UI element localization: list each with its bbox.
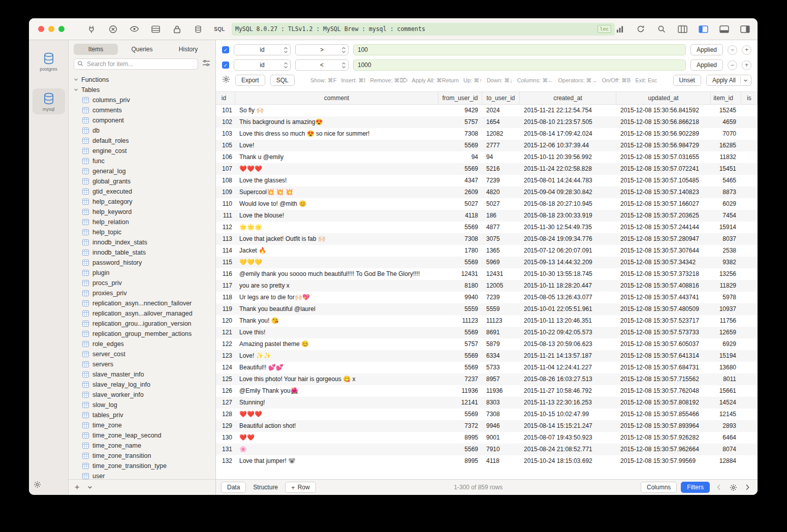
cell-updated_at[interactable]: 2015-12-08 15:30:57.140823 — [616, 186, 711, 198]
cell-created_at[interactable]: 2015-08-13 20:59:06.623 — [520, 338, 616, 350]
cell-updated_at[interactable]: 2015-12-08 15:30:57.762048 — [616, 385, 711, 397]
cell-item_id[interactable]: 11829 — [711, 280, 741, 292]
export-button[interactable]: Export — [235, 75, 265, 86]
cell-from_user_id[interactable]: 5569 — [438, 140, 482, 151]
column-header-is[interactable]: is — [741, 92, 758, 104]
cell-created_at[interactable]: 2015-11-30 12:54:49.735 — [520, 222, 616, 233]
cell-id[interactable]: 124 — [216, 362, 235, 373]
cell-to_user_id[interactable]: 7239 — [482, 292, 520, 303]
cell-id[interactable]: 107 — [216, 163, 235, 175]
cell-comment[interactable]: Jacket 🔥 — [235, 245, 438, 257]
sidebar-table-item[interactable]: role_edges — [69, 339, 215, 349]
cell-to_user_id[interactable]: 94 — [482, 151, 520, 163]
cell-comment[interactable]: @emily thank you soooo much beautiful!!!… — [235, 268, 438, 280]
prev-page-chevron-icon[interactable] — [714, 482, 724, 492]
sliders-filter-icon[interactable] — [202, 59, 210, 69]
cell-comment[interactable]: Beautiful action shot! — [235, 420, 438, 432]
search-box[interactable] — [74, 58, 198, 70]
column-header-to_user_id[interactable]: to_user_id — [482, 92, 520, 104]
cell-comment[interactable]: Ur legs are to die for🙌🏻💖 — [235, 292, 438, 303]
sidebar-table-item[interactable]: help_category — [69, 197, 215, 207]
cell-to_user_id[interactable]: 12431 — [482, 268, 520, 280]
sidebar-table-item[interactable]: plugin — [69, 268, 215, 278]
cell-id[interactable]: 101 — [216, 105, 235, 116]
table-row[interactable]: 101So fly 🙌🏻942920242015-11-21 22:12:54.… — [216, 105, 758, 116]
cell-to_user_id[interactable]: 5879 — [482, 338, 520, 350]
sidebar-table-item[interactable]: time_zone_transition_type — [69, 461, 215, 471]
cell-updated_at[interactable]: 2015-12-08 15:30:57.280947 — [616, 233, 711, 245]
sidebar-table-item[interactable]: procs_priv — [69, 278, 215, 288]
cell-item_id[interactable]: 12145 — [711, 409, 741, 420]
cell-created_at[interactable]: 2015-09-13 14:44:32.209 — [520, 257, 616, 268]
cell-created_at[interactable]: 2015-10-11 13:20:46.351 — [520, 315, 616, 327]
cell-updated_at[interactable]: 2015-12-08 15:30:57.523717 — [616, 315, 711, 327]
cell-id[interactable]: 118 — [216, 292, 235, 303]
cell-comment[interactable]: Love that jacket! Outfit is fab 🙌🏻 — [235, 233, 438, 245]
cell-comment[interactable]: Love! — [235, 140, 438, 151]
sidebar-table-item[interactable]: gtid_executed — [69, 186, 215, 197]
cell-comment[interactable]: 🌟🌟🌟 — [235, 222, 438, 233]
table-row[interactable]: 118Ur legs are to die for🙌🏻💖994072392015… — [216, 292, 758, 303]
cell-created_at[interactable]: 2015-08-18 20:27:10.945 — [520, 198, 616, 210]
cell-from_user_id[interactable]: 5757 — [438, 338, 482, 350]
sql-editor-icon[interactable]: SQL — [214, 24, 225, 34]
cell-updated_at[interactable]: 2015-12-08 15:30:56.984729 — [616, 140, 711, 151]
cell-created_at[interactable]: 2015-10-24 18:15:03.692 — [520, 455, 616, 467]
filter-1-add-button[interactable]: + — [742, 45, 751, 55]
cell-to_user_id[interactable]: 6334 — [482, 350, 520, 362]
cell-id[interactable]: 121 — [216, 327, 235, 338]
sidebar-table-item[interactable]: innodb_table_stats — [69, 247, 215, 258]
sidebar-table-item[interactable]: time_zone_name — [69, 441, 215, 451]
cell-from_user_id[interactable]: 7372 — [438, 420, 482, 432]
filter-1-applied-button[interactable]: Applied — [690, 44, 723, 55]
cell-to_user_id[interactable]: 8303 — [482, 397, 520, 409]
column-header-from_user_id[interactable]: from_user_id — [438, 92, 482, 104]
cell-id[interactable]: 123 — [216, 350, 235, 362]
cell-id[interactable]: 119 — [216, 303, 235, 315]
connection-mysql[interactable]: mysql — [33, 88, 65, 114]
sidebar-table-item[interactable]: default_roles — [69, 136, 215, 146]
toggle-bottom-panel-icon[interactable] — [719, 24, 729, 34]
column-header-created_at[interactable]: created_at — [520, 92, 616, 104]
table-row[interactable]: 105Love!556927772015-12-06 10:37:39.4420… — [216, 140, 758, 151]
cell-created_at[interactable]: 2015-12-06 10:37:39.44 — [520, 140, 616, 151]
cell-updated_at[interactable]: 2015-12-08 15:30:57.443741 — [616, 292, 711, 303]
cell-to_user_id[interactable]: 8691 — [482, 327, 520, 338]
cell-item_id[interactable]: 8074 — [711, 444, 741, 455]
cell-from_user_id[interactable]: 7308 — [438, 128, 482, 140]
cell-from_user_id[interactable]: 5757 — [438, 116, 482, 128]
cell-comment[interactable]: Amazing pastel theme 😊 — [235, 338, 438, 350]
cell-comment[interactable]: Love this photo! Your hair is gorgeous 😋… — [235, 373, 438, 385]
cell-comment[interactable]: Love this! — [235, 327, 438, 338]
cell-id[interactable]: 109 — [216, 186, 235, 198]
cell-item_id[interactable]: 8873 — [711, 186, 741, 198]
cell-updated_at[interactable]: 2015-12-08 15:30:57.684731 — [616, 362, 711, 373]
cell-from_user_id[interactable]: 5569 — [438, 327, 482, 338]
sidebar-table-item[interactable]: help_topic — [69, 227, 215, 237]
cell-updated_at[interactable]: 2015-12-08 15:30:57.962664 — [616, 444, 711, 455]
cell-from_user_id[interactable]: 94 — [438, 151, 482, 163]
table-row[interactable]: 120Thank you! 😘11123111232015-10-11 13:2… — [216, 315, 758, 327]
cell-from_user_id[interactable]: 5027 — [438, 198, 482, 210]
toggle-left-sidebar-icon[interactable] — [698, 24, 708, 34]
cell-created_at[interactable]: 2015-11-21 22:12:54.754 — [520, 105, 616, 116]
cell-updated_at[interactable]: 2015-12-08 15:30:57.573733 — [616, 327, 711, 338]
cell-to_user_id[interactable]: 11123 — [482, 315, 520, 327]
cell-item_id[interactable]: 4659 — [711, 116, 741, 128]
table-row[interactable]: 125Love this photo! Your hair is gorgeou… — [216, 373, 758, 385]
cell-created_at[interactable]: 2015-08-14 15:15:21.247 — [520, 420, 616, 432]
cell-updated_at[interactable]: 2015-12-08 15:30:57.99569 — [616, 455, 711, 467]
cell-comment[interactable]: @Emily Thank you🌺 — [235, 385, 438, 397]
cell-item_id[interactable]: 6464 — [711, 432, 741, 444]
tab-items[interactable]: Items — [74, 44, 118, 55]
cell-id[interactable]: 113 — [216, 233, 235, 245]
cell-id[interactable]: 115 — [216, 257, 235, 268]
cell-item_id[interactable]: 7454 — [711, 210, 741, 222]
cell-comment[interactable]: Beautiful!! 💕💕 — [235, 362, 438, 373]
table-row[interactable]: 113Love that jacket! Outfit is fab 🙌🏻730… — [216, 233, 758, 245]
apply-all-dropdown[interactable]: Apply All — [706, 75, 751, 86]
sidebar-table-item[interactable]: slave_relay_log_info — [69, 380, 215, 390]
table-row[interactable]: 128❤️❤️❤️556973082015-10-15 10:02:47.992… — [216, 409, 758, 420]
sidebar-table-item[interactable]: time_zone_transition — [69, 451, 215, 461]
cell-updated_at[interactable]: 2015-12-08 15:30:57.105485 — [616, 175, 711, 186]
